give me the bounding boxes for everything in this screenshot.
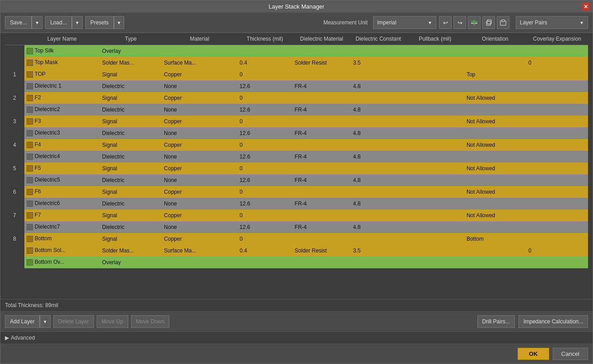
row-diel-const[interactable]: 4.8	[351, 127, 406, 139]
row-diel-mat[interactable]	[292, 139, 350, 151]
row-orientation[interactable]: Top	[464, 69, 526, 80]
row-coverlay[interactable]	[526, 174, 588, 186]
row-material[interactable]: Surface Ma...	[162, 57, 237, 69]
row-type[interactable]: Signal	[100, 186, 162, 198]
redo-button[interactable]: ↪	[453, 16, 466, 29]
row-type[interactable]: Dielectric	[100, 104, 162, 116]
row-coverlay[interactable]	[526, 210, 588, 221]
row-layer-name[interactable]: F5	[24, 163, 100, 174]
row-coverlay[interactable]: 0	[526, 245, 588, 257]
row-orientation[interactable]	[464, 245, 526, 257]
row-thickness[interactable]: 0	[238, 139, 293, 151]
row-pullback[interactable]	[406, 186, 464, 198]
row-material[interactable]: Copper	[162, 163, 237, 174]
row-diel-const[interactable]	[351, 210, 406, 221]
save-dropdown-button[interactable]: ▼	[32, 16, 42, 29]
row-layer-name[interactable]: F7	[24, 210, 100, 221]
row-thickness[interactable]: 0	[238, 92, 293, 104]
row-pullback[interactable]	[406, 163, 464, 174]
row-pullback[interactable]	[406, 80, 464, 92]
row-material[interactable]: Copper	[162, 186, 237, 198]
row-layer-name[interactable]: TOP	[24, 69, 100, 80]
row-pullback[interactable]	[406, 174, 464, 186]
row-diel-mat[interactable]	[292, 45, 350, 57]
row-thickness[interactable]: 12.6	[238, 198, 293, 210]
row-coverlay[interactable]	[526, 92, 588, 104]
row-coverlay[interactable]	[526, 198, 588, 210]
row-diel-mat[interactable]: FR-4	[292, 221, 350, 233]
row-orientation[interactable]	[464, 198, 526, 210]
table-row[interactable]: Dielectric7DielectricNone12.6FR-44.8	[5, 221, 588, 233]
impedance-calc-button[interactable]: Impedance Calculation...	[518, 315, 588, 328]
row-diel-const[interactable]: 4.8	[351, 104, 406, 116]
table-row[interactable]: Top SilkOverlay	[5, 45, 588, 57]
row-thickness[interactable]	[238, 45, 293, 57]
row-thickness[interactable]: 12.6	[238, 151, 293, 163]
row-pullback[interactable]	[406, 198, 464, 210]
row-layer-name[interactable]: Bottom	[24, 233, 100, 245]
row-thickness[interactable]: 12.6	[238, 174, 293, 186]
row-diel-const[interactable]: 3.5	[351, 245, 406, 257]
row-layer-name[interactable]: Dielectric5	[24, 174, 100, 186]
row-layer-name[interactable]: Dielectric 1	[24, 80, 100, 92]
row-material[interactable]: None	[162, 80, 237, 92]
row-orientation[interactable]	[464, 127, 526, 139]
row-orientation[interactable]	[464, 221, 526, 233]
row-diel-mat[interactable]: FR-4	[292, 174, 350, 186]
row-coverlay[interactable]	[526, 45, 588, 57]
row-orientation[interactable]	[464, 174, 526, 186]
table-row[interactable]: Dielectric2DielectricNone12.6FR-44.8	[5, 104, 588, 116]
row-diel-const[interactable]	[351, 45, 406, 57]
table-row[interactable]: 4F4SignalCopper0Not Allowed	[5, 139, 588, 151]
row-layer-name[interactable]: Dielectric4	[24, 151, 100, 163]
row-material[interactable]: None	[162, 127, 237, 139]
table-row[interactable]: Dielectric3DielectricNone12.6FR-44.8	[5, 127, 588, 139]
row-thickness[interactable]: 0	[238, 163, 293, 174]
row-material[interactable]: Copper	[162, 233, 237, 245]
save-button[interactable]: Save...	[5, 16, 32, 29]
row-type[interactable]: Solder Mas...	[100, 245, 162, 257]
row-diel-const[interactable]: 4.8	[351, 198, 406, 210]
row-type[interactable]: Overlay	[100, 257, 162, 268]
row-pullback[interactable]	[406, 57, 464, 69]
row-type[interactable]: Dielectric	[100, 198, 162, 210]
undo-button[interactable]: ↩	[439, 16, 452, 29]
row-layer-name[interactable]: Bottom Sol...	[24, 245, 100, 257]
row-thickness[interactable]: 12.6	[238, 80, 293, 92]
presets-dropdown-button[interactable]: ▼	[114, 16, 125, 29]
row-coverlay[interactable]	[526, 69, 588, 80]
row-diel-const[interactable]	[351, 92, 406, 104]
table-row[interactable]: 2F2SignalCopper0Not Allowed	[5, 92, 588, 104]
row-diel-const[interactable]: 3.5	[351, 57, 406, 69]
row-layer-name[interactable]: F4	[24, 139, 100, 151]
row-orientation[interactable]	[464, 80, 526, 92]
row-coverlay[interactable]	[526, 116, 588, 127]
row-coverlay[interactable]	[526, 139, 588, 151]
row-material[interactable]: Copper	[162, 116, 237, 127]
table-row[interactable]: 6F6SignalCopper0Not Allowed	[5, 186, 588, 198]
row-pullback[interactable]	[406, 210, 464, 221]
row-pullback[interactable]	[406, 151, 464, 163]
row-diel-mat[interactable]	[292, 69, 350, 80]
row-coverlay[interactable]	[526, 233, 588, 245]
row-diel-const[interactable]: 4.8	[351, 80, 406, 92]
table-row[interactable]: Top MaskSolder Mas...Surface Ma...0.4Sol…	[5, 57, 588, 69]
row-thickness[interactable]: 12.6	[238, 104, 293, 116]
row-type[interactable]: Signal	[100, 210, 162, 221]
row-thickness[interactable]: 12.6	[238, 127, 293, 139]
row-coverlay[interactable]: 0	[526, 57, 588, 69]
row-coverlay[interactable]	[526, 186, 588, 198]
row-thickness[interactable]: 0.4	[238, 245, 293, 257]
row-material[interactable]: None	[162, 174, 237, 186]
row-diel-const[interactable]	[351, 139, 406, 151]
row-diel-mat[interactable]	[292, 163, 350, 174]
row-layer-name[interactable]: F6	[24, 186, 100, 198]
row-type[interactable]: Dielectric	[100, 221, 162, 233]
row-pullback[interactable]	[406, 221, 464, 233]
row-type[interactable]: Dielectric	[100, 174, 162, 186]
delete-layer-button[interactable]: Delete Layer	[53, 315, 94, 328]
table-row[interactable]: Dielectric4DielectricNone12.6FR-44.8	[5, 151, 588, 163]
row-type[interactable]: Signal	[100, 92, 162, 104]
row-type[interactable]: Signal	[100, 116, 162, 127]
add-layer-type-button[interactable]	[468, 16, 481, 29]
